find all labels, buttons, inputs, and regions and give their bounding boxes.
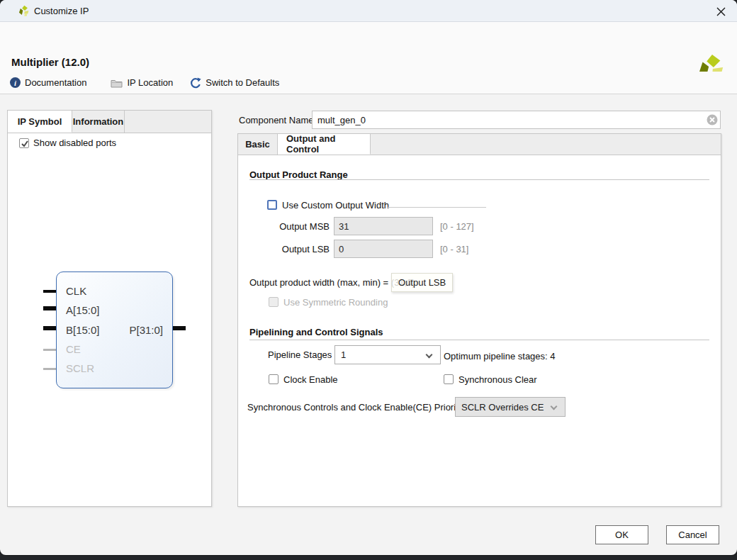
section-output-product-range: Output Product Range xyxy=(249,169,348,180)
show-disabled-ports-label: Show disabled ports xyxy=(33,138,116,149)
output-lsb-range-hint: [0 - 31] xyxy=(440,244,468,254)
section-rule xyxy=(249,340,709,340)
port-label-clk: CLK xyxy=(66,284,86,299)
output-msb-range-hint: [0 - 127] xyxy=(440,221,474,232)
clock-enable-checkbox[interactable] xyxy=(269,374,279,384)
ok-button[interactable]: OK xyxy=(595,525,648,544)
output-lsb-input xyxy=(334,240,433,258)
clear-icon[interactable] xyxy=(707,114,718,125)
priority-label: Synchronous Controls and Clock Enable(CE… xyxy=(247,402,463,413)
synchronous-clear-label: Synchronous Clear xyxy=(458,374,537,386)
port-stub-b xyxy=(43,326,56,330)
close-icon[interactable] xyxy=(713,4,728,19)
tab-basic-label: Basic xyxy=(245,139,270,150)
cancel-button[interactable]: Cancel xyxy=(666,525,719,544)
ip-location-button[interactable]: IP Location xyxy=(111,77,173,88)
tab-output-and-control-label: Output and Control xyxy=(286,133,361,155)
tab-basic[interactable]: Basic xyxy=(238,134,278,155)
switch-to-defaults-label: Switch to Defaults xyxy=(206,77,279,88)
port-stub-sclr xyxy=(43,368,56,370)
chevron-down-icon xyxy=(426,352,433,359)
output-msb-input xyxy=(334,217,433,235)
use-symmetric-rounding-checkbox xyxy=(269,297,279,307)
output-lsb-tooltip: Output LSB xyxy=(391,273,453,292)
dialog-header: Multiplier (12.0) xyxy=(0,22,737,72)
xilinx-logo-icon xyxy=(17,5,30,17)
clock-enable-label: Clock Enable xyxy=(283,374,338,386)
configuration-panel: Basic Output and Control Output Product … xyxy=(237,133,721,507)
tab-ip-symbol-label: IP Symbol xyxy=(18,116,62,127)
documentation-button[interactable]: i Documentation xyxy=(10,77,86,88)
port-label-sclr: SCLR xyxy=(66,361,94,376)
titlebar[interactable]: Customize IP xyxy=(0,0,737,22)
toolbar: i Documentation IP Location Switch to De… xyxy=(0,72,737,94)
ip-symbol-panel: IP Symbol Information Show disabled port… xyxy=(7,110,212,507)
port-label-a: A[15:0] xyxy=(66,303,100,318)
customize-ip-dialog: Customize IP Multiplier (12.0) i Documen… xyxy=(0,0,737,555)
folder-icon xyxy=(111,78,123,88)
use-custom-output-width-label: Use Custom Output Width xyxy=(282,200,389,211)
tab-information[interactable]: Information xyxy=(72,111,125,133)
product-width-label: Output product width (max, min) = xyxy=(249,277,388,288)
port-stub-p xyxy=(173,326,186,330)
ip-title: Multiplier (12.0) xyxy=(11,56,89,68)
output-lsb-label: Output LSB xyxy=(249,244,330,254)
check-icon xyxy=(20,139,30,149)
priority-value: SCLR Overrides CE xyxy=(461,402,544,413)
port-label-ce: CE xyxy=(66,342,81,357)
pipeline-stages-label: Pipeline Stages xyxy=(268,349,332,360)
tab-output-and-control[interactable]: Output and Control xyxy=(278,134,371,155)
component-name-input[interactable] xyxy=(312,111,721,129)
ip-location-label: IP Location xyxy=(127,77,173,88)
port-stub-a xyxy=(43,306,56,310)
tab-ip-symbol[interactable]: IP Symbol xyxy=(8,111,72,133)
priority-dropdown: SCLR Overrides CE xyxy=(455,397,566,417)
port-stub-ce xyxy=(43,349,56,351)
synchronous-clear-checkbox[interactable] xyxy=(444,374,454,384)
pipeline-stages-value: 1 xyxy=(341,349,346,360)
left-tabstrip: IP Symbol Information xyxy=(8,111,211,133)
window-title: Customize IP xyxy=(34,6,89,16)
section-rule xyxy=(249,179,709,180)
refresh-icon xyxy=(190,77,201,89)
switch-to-defaults-button[interactable]: Switch to Defaults xyxy=(190,77,279,89)
product-width-text: Output product width (max, min) = (31,0) xyxy=(249,277,415,288)
port-label-p: P[31:0] xyxy=(93,323,163,338)
optimum-pipeline-text: Optimum pipeline stages: 4 xyxy=(444,351,556,362)
port-stub-clk xyxy=(43,290,56,293)
documentation-label: Documentation xyxy=(25,77,86,88)
component-name-label: Component Name xyxy=(239,115,314,125)
use-symmetric-rounding-label: Use Symmetric Rounding xyxy=(283,297,388,308)
config-tabstrip: Basic Output and Control xyxy=(238,134,721,155)
use-custom-output-width-checkbox[interactable] xyxy=(267,200,277,210)
show-disabled-ports-checkbox[interactable] xyxy=(19,138,29,148)
tab-information-label: Information xyxy=(73,116,124,127)
chevron-down-icon xyxy=(551,403,558,410)
info-icon: i xyxy=(10,77,21,88)
pipeline-stages-dropdown[interactable]: 1 xyxy=(334,345,441,364)
section-pipelining: Pipelining and Control Signals xyxy=(249,327,383,337)
group-divider xyxy=(387,207,486,208)
output-msb-label: Output MSB xyxy=(249,221,330,232)
